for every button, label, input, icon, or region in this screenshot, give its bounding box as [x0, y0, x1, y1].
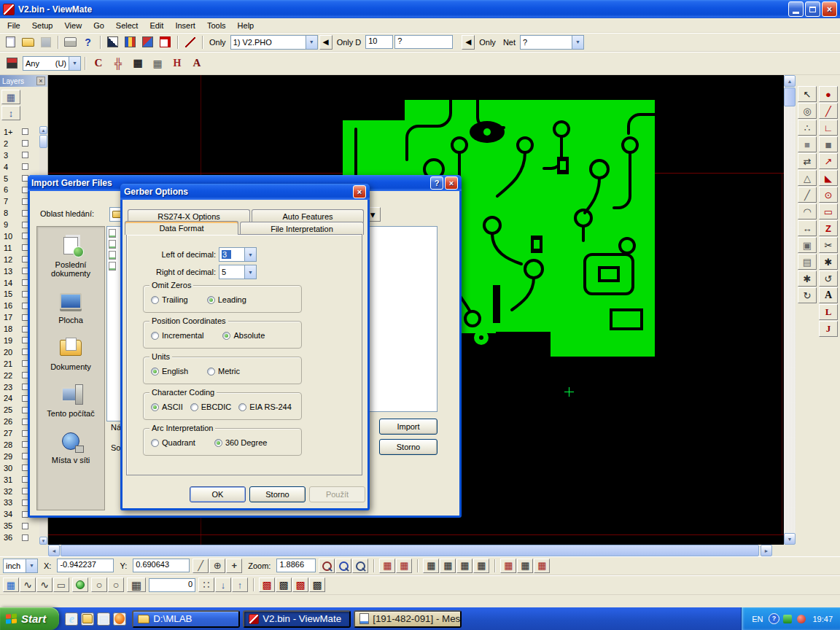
- aperture-combo[interactable]: Any(U) ▼: [23, 56, 81, 71]
- radio-option[interactable]: EIA RS-244: [238, 402, 291, 411]
- close-icon[interactable]: ×: [36, 77, 45, 85]
- trace-icon[interactable]: [819, 103, 838, 119]
- zoom-field[interactable]: 1.8866: [276, 559, 316, 572]
- prev-dcode-button[interactable]: ◄: [462, 35, 475, 50]
- red-matrix-1-icon[interactable]: [259, 578, 275, 592]
- red-matrix-2-icon[interactable]: [292, 578, 308, 592]
- restore-button[interactable]: [805, 1, 820, 17]
- copy-icon[interactable]: [798, 237, 817, 253]
- counter-field[interactable]: 0: [149, 578, 195, 592]
- menu-item[interactable]: Tools: [201, 20, 232, 31]
- menu-item[interactable]: Go: [88, 20, 110, 31]
- radio-option[interactable]: Absolute: [222, 331, 265, 340]
- menu-item[interactable]: Insert: [169, 20, 201, 31]
- pull-down-icon[interactable]: [215, 578, 231, 592]
- dot-grid-icon[interactable]: [198, 578, 214, 592]
- ok-button[interactable]: OK: [190, 486, 246, 502]
- tray-red-icon[interactable]: [795, 612, 808, 626]
- component-c-icon[interactable]: [89, 54, 108, 72]
- chevron-down-icon[interactable]: ▼: [306, 36, 317, 49]
- desktop-icon-small[interactable]: [97, 612, 110, 626]
- net-combo[interactable]: ? ▼: [520, 35, 584, 50]
- print-icon[interactable]: [62, 34, 79, 50]
- menu-item[interactable]: Select: [110, 20, 144, 31]
- points-icon[interactable]: [798, 120, 817, 136]
- minimize-button[interactable]: [788, 1, 804, 17]
- menu-item[interactable]: File: [1, 20, 26, 31]
- chevron-down-icon[interactable]: ▼: [244, 248, 256, 261]
- context-help-icon[interactable]: [79, 34, 96, 50]
- taskbar-task-button[interactable]: V2.bin - ViewMate: [243, 610, 351, 628]
- scroll-down-icon[interactable]: ▼: [784, 533, 796, 545]
- layer-visibility-box[interactable]: [22, 523, 28, 529]
- rectangle-icon[interactable]: [819, 203, 838, 219]
- aperture-table-icon[interactable]: [379, 559, 395, 573]
- right-of-decimal-combo[interactable]: 5 ▼: [219, 265, 257, 279]
- scroll-right-icon[interactable]: ►: [761, 545, 772, 556]
- left-of-decimal-combo[interactable]: 3 ▼: [219, 247, 257, 262]
- horizontal-scroll-thumb[interactable]: [61, 545, 759, 556]
- grid-3-icon[interactable]: [456, 559, 472, 573]
- save-file-icon[interactable]: [37, 34, 54, 50]
- level-icon[interactable]: [819, 304, 838, 320]
- menu-item[interactable]: View: [58, 20, 88, 31]
- hook-icon[interactable]: [819, 321, 838, 337]
- prev-layer-button[interactable]: ◄: [319, 35, 332, 50]
- origin-icon[interactable]: [209, 559, 225, 573]
- places-bar-item[interactable]: Místa v síti: [39, 429, 102, 464]
- cut-icon[interactable]: [819, 237, 838, 253]
- ruler-icon[interactable]: [53, 578, 69, 592]
- move-icon[interactable]: [798, 220, 817, 236]
- tab-auto-features[interactable]: Auto Features: [252, 209, 364, 222]
- dark-matrix-2-icon[interactable]: [309, 578, 325, 592]
- paste-icon[interactable]: [798, 254, 817, 270]
- start-button[interactable]: Start: [0, 607, 59, 630]
- tab-data-format[interactable]: Data Format: [125, 221, 238, 235]
- zoom-window-icon[interactable]: [335, 559, 351, 573]
- places-bar-item[interactable]: Dokumenty: [39, 336, 102, 371]
- redline-icon[interactable]: [157, 34, 174, 50]
- dcode-input[interactable]: 10: [365, 35, 393, 49]
- text-a-icon[interactable]: [187, 54, 206, 72]
- target-pad-icon[interactable]: [819, 187, 838, 203]
- close-icon[interactable]: ×: [445, 176, 458, 190]
- report-table-icon[interactable]: [534, 559, 550, 573]
- triangle-icon[interactable]: [798, 170, 817, 186]
- dark-matrix-1-icon[interactable]: [276, 578, 292, 592]
- ie-icon[interactable]: [65, 612, 78, 626]
- zigzag-icon[interactable]: [819, 220, 838, 236]
- layers-table-icon[interactable]: [1, 90, 20, 104]
- waveform-b-icon[interactable]: [36, 578, 52, 592]
- dcode-swatch-icon[interactable]: [2, 54, 21, 72]
- y-coordinate-field[interactable]: 0.690643: [133, 559, 190, 572]
- grid-1-icon[interactable]: [423, 559, 439, 573]
- dcode-query-input[interactable]: ?: [394, 35, 453, 49]
- net-table-icon[interactable]: [500, 559, 516, 573]
- places-bar-item[interactable]: Plocha: [39, 289, 102, 324]
- chevron-down-icon[interactable]: ▼: [69, 57, 80, 70]
- scroll-up-icon[interactable]: ▲: [784, 75, 796, 87]
- layer-visibility-box[interactable]: [22, 534, 28, 541]
- grid-4-icon[interactable]: [473, 559, 489, 573]
- folder-window-icon[interactable]: [81, 612, 94, 626]
- menu-item[interactable]: Help: [232, 20, 260, 31]
- open-file-icon[interactable]: [20, 34, 36, 50]
- layer-up-icon[interactable]: [1, 106, 20, 120]
- rotate-icon[interactable]: [798, 287, 817, 303]
- redraw-icon[interactable]: [798, 103, 817, 119]
- radio-option[interactable]: Incremental: [151, 331, 203, 340]
- lasso-b-icon[interactable]: [108, 578, 124, 592]
- zoom-in-icon[interactable]: [319, 559, 335, 573]
- layer-visibility-box[interactable]: [22, 140, 28, 147]
- chevron-down-icon[interactable]: ▼: [26, 559, 37, 572]
- layers-panel-header[interactable]: Layers ×: [0, 75, 47, 87]
- close-icon[interactable]: ×: [353, 185, 366, 198]
- corner-icon[interactable]: [819, 120, 838, 136]
- slash-icon[interactable]: [798, 187, 817, 203]
- film-view-icon[interactable]: [122, 34, 139, 50]
- dcode-table-icon[interactable]: [396, 559, 412, 573]
- measure-icon[interactable]: [192, 559, 209, 573]
- places-bar-item[interactable]: Poslední dokumenty: [39, 234, 102, 278]
- radio-option[interactable]: 360 Degree: [214, 438, 268, 447]
- polygon-icon[interactable]: [819, 170, 838, 186]
